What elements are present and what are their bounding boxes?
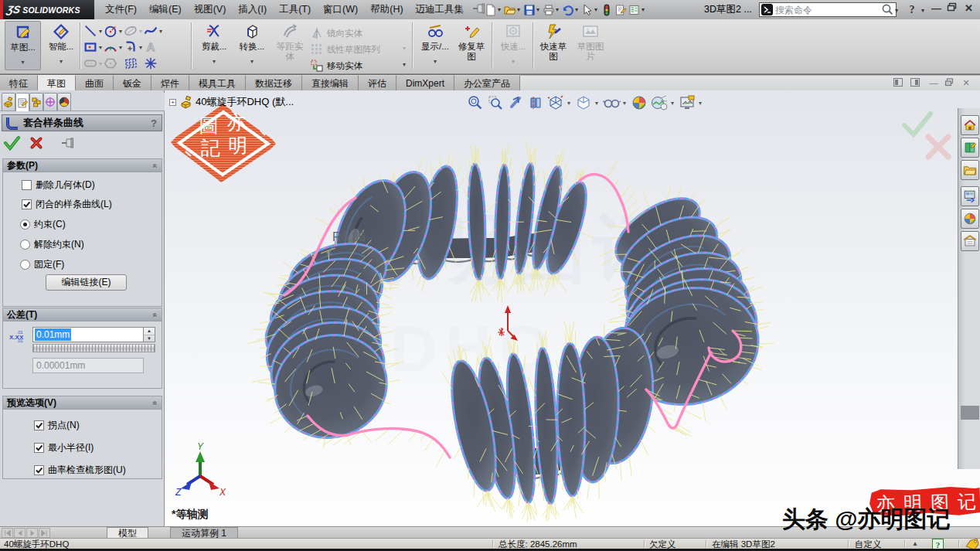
model-tab[interactable]: 模型 <box>107 527 148 539</box>
doc-close-button[interactable]: ✕ <box>961 78 971 88</box>
pm-help-icon[interactable]: ? <box>151 117 157 129</box>
preview-options-header[interactable]: 预览选项(V)« <box>3 396 162 410</box>
help-icon[interactable]: ? <box>907 3 917 18</box>
command-tab[interactable]: 直接编辑 <box>302 75 359 91</box>
checkbox-checked[interactable] <box>34 443 44 453</box>
dropdown-arrow-icon[interactable]: ▾ <box>567 100 570 107</box>
view-orientation-icon[interactable] <box>546 94 565 112</box>
dropdown-arrow-icon[interactable]: ▾ <box>21 59 24 66</box>
tolerance-header[interactable]: 公差(T)« <box>3 308 162 321</box>
tolerance-thumbwheel[interactable] <box>32 344 155 352</box>
checkbox-checked[interactable] <box>34 420 44 430</box>
menu-item[interactable]: 文件(F) <box>99 0 143 19</box>
slot-tool-icon[interactable] <box>83 56 98 71</box>
spin-down-icon[interactable]: ▼ <box>144 335 155 343</box>
view-settings-icon[interactable] <box>678 94 696 112</box>
hide-show-items-icon[interactable] <box>602 94 621 112</box>
display-relations-button[interactable]: 显示/... ▾ <box>417 21 453 70</box>
point-tool-icon[interactable] <box>143 56 158 71</box>
section-view-icon[interactable] <box>526 94 545 112</box>
taskpane-grip[interactable] <box>961 406 979 420</box>
fixed-radio[interactable]: 固定(F) <box>20 258 162 271</box>
parameters-header[interactable]: 参数(P)« <box>3 159 162 172</box>
dropdown-arrow-icon[interactable]: ▾ <box>517 6 520 13</box>
command-tab[interactable]: 焊件 <box>151 75 189 91</box>
motion-study-tab[interactable]: 运动算例 1 <box>170 527 238 539</box>
collapse-chevron-icon[interactable]: « <box>151 400 160 405</box>
select-icon[interactable] <box>580 3 594 16</box>
dropdown-arrow-icon[interactable]: ▾ <box>60 58 63 65</box>
undo-icon[interactable] <box>561 3 574 16</box>
command-tab[interactable]: 特征 <box>0 75 38 91</box>
checkbox-checked[interactable] <box>22 199 32 209</box>
command-tab[interactable]: DimXpert <box>396 75 454 91</box>
collapse-left-icon[interactable] <box>893 78 903 88</box>
tolerance-input[interactable]: 0.01mm <box>32 327 144 342</box>
zoom-area-icon[interactable] <box>486 94 505 112</box>
edit-chaining-button[interactable]: 编辑链接(E) <box>46 274 127 291</box>
options-icon[interactable] <box>628 3 641 16</box>
search-input[interactable] <box>775 5 896 15</box>
zoom-fit-icon[interactable] <box>466 94 485 112</box>
save-icon[interactable] <box>522 3 536 16</box>
props-icon[interactable] <box>614 3 627 16</box>
sketch-picture-button[interactable]: 草图图 片 <box>573 21 607 70</box>
dropdown-arrow-icon[interactable]: ▾ <box>699 100 702 107</box>
text-tool-icon[interactable]: A <box>143 39 158 55</box>
collapse-chevron-icon[interactable]: « <box>151 163 160 168</box>
custom-properties-button[interactable] <box>961 231 979 251</box>
edit-appearance-icon[interactable] <box>630 94 648 112</box>
dropdown-arrow-icon[interactable]: ▾ <box>434 58 437 65</box>
menu-item[interactable]: 视图(V) <box>188 0 233 19</box>
new-icon[interactable] <box>484 3 497 16</box>
open-icon[interactable] <box>503 3 516 16</box>
status-expand-icon[interactable]: ▲ <box>912 539 918 549</box>
convert-entities-button[interactable]: 转换... ▾ <box>234 21 270 70</box>
command-tab[interactable]: 曲面 <box>76 75 114 91</box>
close-button[interactable]: ✕ <box>963 2 975 15</box>
inflection-checkbox[interactable]: 拐点(N) <box>34 419 162 432</box>
unconstrain-radio[interactable]: 解除约束(N) <box>20 238 162 251</box>
fillet-tool-icon[interactable] <box>123 39 138 55</box>
command-tab[interactable]: 办公室产品 <box>454 75 520 91</box>
command-tab[interactable]: 草图 <box>38 75 76 91</box>
doc-restore-button[interactable] <box>944 78 954 88</box>
sketch-button[interactable]: 草图... ▾ <box>5 21 41 70</box>
tolerance-spinner[interactable]: ▲ ▼ <box>144 327 155 342</box>
dropdown-arrow-icon[interactable]: ▾ <box>671 100 674 107</box>
menu-item[interactable]: 工具(T) <box>273 0 317 19</box>
dropdown-arrow-icon[interactable]: ▾ <box>250 58 254 65</box>
print-icon[interactable] <box>542 3 555 16</box>
closed-spline-checkbox[interactable]: 闭合的样条曲线(L) <box>22 198 162 211</box>
quick-snaps-button[interactable]: 快速... ▾ <box>496 21 530 70</box>
expand-tree-icon[interactable]: + <box>169 99 176 106</box>
dropdown-arrow-icon[interactable]: ▾ <box>498 6 501 13</box>
collapse-chevron-icon[interactable]: « <box>151 312 160 317</box>
previous-view-icon[interactable] <box>506 94 525 112</box>
dropdown-arrow-icon[interactable]: ▾ <box>575 6 578 13</box>
dropdown-arrow-icon[interactable]: ▾ <box>623 100 626 107</box>
design-library-button[interactable] <box>961 138 979 158</box>
curvature-comb-checkbox[interactable]: 曲率检查梳形图(U) <box>34 464 162 477</box>
delete-geometry-checkbox[interactable]: 删除几何体(D) <box>22 179 162 192</box>
spin-up-icon[interactable]: ▲ <box>144 328 155 335</box>
command-tab[interactable]: 评估 <box>359 75 396 91</box>
dropdown-arrow-icon[interactable]: ▾ <box>512 58 515 65</box>
checkbox-checked[interactable] <box>34 465 44 475</box>
collapse-right-icon[interactable] <box>910 78 920 88</box>
dimxpert-manager-tab[interactable] <box>43 93 57 111</box>
line-tool-icon[interactable] <box>83 23 98 39</box>
feature-manager-tab[interactable] <box>2 93 15 111</box>
status-custom[interactable]: 自定义 <box>855 539 882 549</box>
configuration-manager-tab[interactable] <box>29 93 43 111</box>
rectangle-tool-icon[interactable] <box>83 39 98 55</box>
move-entities-button[interactable]: 移动实体 <box>309 57 362 74</box>
display-manager-tab[interactable] <box>57 93 71 111</box>
ellipse-tool-icon[interactable] <box>123 23 138 39</box>
last-tab-icon[interactable] <box>39 528 50 538</box>
confirm-cancel-watermark-icon[interactable] <box>924 133 952 163</box>
trim-button[interactable]: 剪裁... ▾ <box>196 21 232 70</box>
command-tab[interactable]: 数据迁移 <box>246 75 302 91</box>
apply-scene-icon[interactable] <box>650 94 669 112</box>
linear-pattern-button[interactable]: 线性草图阵列 <box>309 41 380 58</box>
